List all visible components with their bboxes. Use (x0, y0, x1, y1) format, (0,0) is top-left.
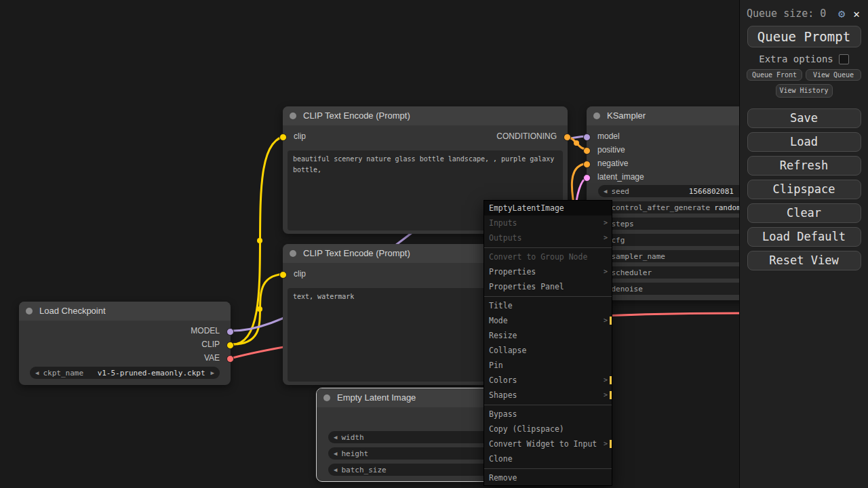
menu-item-convert-to-group-node: Convert to Group Node (484, 249, 612, 264)
menu-item-inputs: Inputs > (484, 216, 612, 230)
vae-output-label: VAE (204, 352, 220, 363)
clipspace-button[interactable]: Clipspace (747, 180, 861, 199)
widget-decrement-icon[interactable]: ◀ (334, 450, 337, 457)
refresh-button[interactable]: Refresh (747, 156, 861, 176)
queue-front-button[interactable]: Queue Front (747, 69, 802, 81)
menu-item-mode[interactable]: Mode > (484, 313, 612, 328)
conditioning-output-port[interactable] (564, 134, 571, 141)
control-after-generate-widget[interactable]: ◀ control_after_generate randomize (598, 201, 745, 214)
menu-item-title[interactable]: Title (484, 298, 612, 313)
save-button[interactable]: Save (747, 108, 861, 128)
settings-gear-icon[interactable]: ⚙ (838, 7, 845, 20)
ckpt-name-combo[interactable]: ◀ ckpt_name v1-5-pruned-emaonly.ckpt ▶ (30, 367, 220, 379)
seed-widget[interactable]: ◀ seed 1566802081 (598, 185, 745, 197)
positive-input-label: positive (597, 144, 625, 155)
clip-input-port[interactable] (279, 134, 287, 141)
node-title-bar[interactable]: CLIP Text Encode (Prompt) (283, 106, 568, 125)
widget-decrement-icon[interactable]: ◀ (334, 434, 337, 441)
menu-item-bypass[interactable]: Bypass (484, 407, 612, 422)
combo-prev-icon[interactable]: ◀ (35, 369, 39, 376)
submenu-arrow-icon: > (604, 230, 608, 245)
menu-separator (484, 468, 612, 469)
vae-output-port[interactable] (226, 355, 234, 363)
clip-input-label: clip (294, 131, 306, 142)
clip-input-port[interactable] (279, 271, 287, 279)
collapse-dot[interactable] (323, 394, 330, 401)
model-output-port[interactable] (226, 328, 234, 336)
extra-options-label: Extra options (759, 54, 833, 64)
menu-item-convert-widget-to-input[interactable]: Convert Widget to Input > (484, 436, 612, 451)
context-menu-title: EmptyLatentImage (484, 201, 612, 216)
clear-button[interactable]: Clear (747, 203, 861, 223)
node-title: Empty Latent Image (337, 392, 416, 403)
submenu-arrow-icon: > (604, 436, 608, 451)
scheduler-widget[interactable]: ◀ scheduler (598, 266, 745, 279)
collapse-dot[interactable] (290, 250, 296, 257)
submenu-arrow-icon: > (604, 388, 608, 403)
clip-input-label: clip (294, 268, 306, 279)
clip-output-port[interactable] (226, 342, 234, 349)
widget-label: batch_size (341, 466, 386, 474)
link-dot (574, 140, 579, 146)
model-input-port[interactable] (583, 134, 591, 141)
submenu-arrow-icon: > (604, 373, 608, 388)
menu-item-outputs: Outputs > (484, 230, 612, 245)
menu-separator (484, 405, 612, 405)
widget-decrement-icon[interactable]: ◀ (334, 466, 337, 473)
widget-label: height (341, 449, 368, 458)
widget-label: steps (611, 220, 633, 228)
load-button[interactable]: Load (747, 132, 861, 152)
node-title-bar[interactable]: Load Checkpoint (19, 302, 231, 321)
node-load-checkpoint[interactable]: Load Checkpoint MODEL CLIP VAE ◀ ckpt_na… (19, 302, 231, 385)
denoise-widget[interactable]: ◀ denoise (598, 283, 745, 295)
node-title-bar[interactable]: KSampler (587, 106, 756, 125)
collapse-dot[interactable] (290, 113, 296, 119)
view-history-button[interactable]: View History (776, 84, 833, 98)
negative-input-port[interactable] (583, 161, 591, 168)
view-queue-button[interactable]: View Queue (806, 69, 861, 81)
close-icon[interactable]: ✕ (853, 7, 860, 20)
link-dot (257, 306, 262, 312)
sampler-name-widget[interactable]: ◀ sampler_name (598, 250, 745, 262)
widget-decrement-icon[interactable]: ◀ (604, 188, 607, 195)
widget-label: sampler_name (611, 252, 665, 261)
menu-item-pin[interactable]: Pin (484, 358, 612, 373)
comfy-menu-panel: Queue size: 0 ⚙ ✕ Queue Prompt Extra opt… (739, 0, 868, 488)
model-output-label: MODEL (191, 325, 220, 336)
menu-item-collapse[interactable]: Collapse (484, 343, 612, 358)
widget-label: seed (611, 187, 629, 196)
menu-item-properties-panel[interactable]: Properties Panel (484, 279, 612, 294)
conditioning-output-label: CONDITIONING (496, 131, 557, 142)
collapse-dot[interactable] (593, 113, 600, 119)
submenu-arrow-icon: > (604, 216, 608, 230)
menu-item-resize[interactable]: Resize (484, 328, 612, 343)
load-default-button[interactable]: Load Default (747, 227, 861, 247)
menu-item-remove[interactable]: Remove (484, 470, 612, 485)
widget-label: denoise (611, 285, 642, 293)
widget-value: 1566802081 (689, 187, 734, 196)
cfg-widget[interactable]: ◀ cfg (598, 234, 745, 246)
menu-item-clone[interactable]: Clone (484, 451, 612, 466)
widget-value: v1-5-pruned-emaonly.ckpt (98, 369, 205, 378)
menu-separator (484, 247, 612, 248)
steps-widget[interactable]: ◀ steps (598, 218, 745, 230)
node-title: CLIP Text Encode (Prompt) (303, 248, 410, 258)
extra-options-checkbox[interactable] (839, 54, 849, 64)
latent-image-input-label: latent_image (597, 171, 644, 182)
positive-input-port[interactable] (583, 147, 591, 155)
combo-next-icon[interactable]: ▶ (211, 369, 214, 376)
widget-label: cfg (611, 236, 625, 245)
widget-label: width (341, 433, 363, 442)
menu-item-properties[interactable]: Properties > (484, 264, 612, 279)
reset-view-button[interactable]: Reset View (747, 251, 861, 270)
model-input-label: model (597, 131, 620, 142)
negative-input-label: negative (597, 158, 628, 169)
menu-item-copy-clipspace[interactable]: Copy (Clipspace) (484, 422, 612, 436)
collapse-dot[interactable] (26, 308, 33, 314)
queue-size-label: Queue size: 0 (747, 7, 826, 20)
latent-image-input-port[interactable] (583, 174, 591, 182)
menu-item-colors[interactable]: Colors > (484, 373, 612, 388)
menu-item-shapes[interactable]: Shapes > (484, 388, 612, 403)
context-menu: EmptyLatentImage Inputs > Outputs > Conv… (484, 200, 612, 486)
queue-prompt-button[interactable]: Queue Prompt (747, 26, 861, 47)
